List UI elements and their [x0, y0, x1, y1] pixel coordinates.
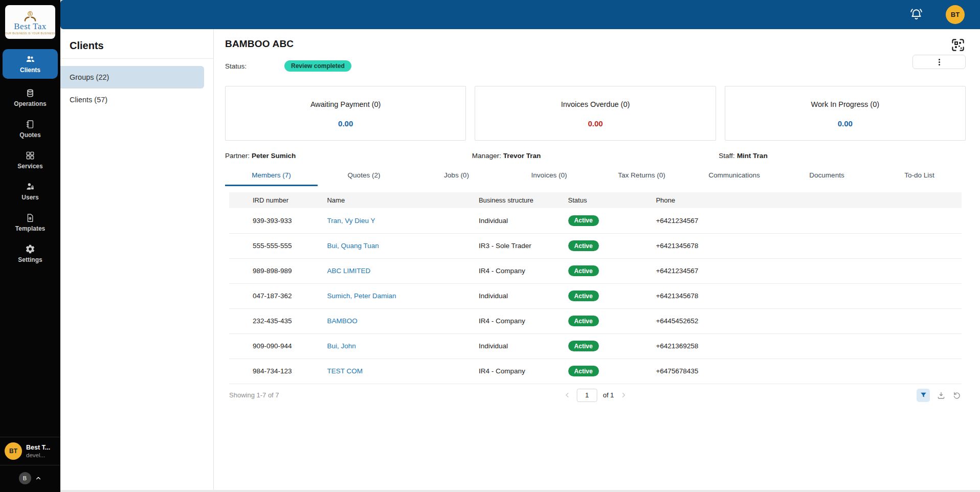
sidebar-item-label: Settings [18, 256, 42, 263]
sidebar-item-services[interactable]: Services [0, 148, 60, 172]
member-name-link[interactable]: Bui, Quang Tuan [327, 242, 378, 250]
clients-icon [25, 54, 35, 64]
sidebar-item-users[interactable]: Users [0, 179, 60, 204]
sidebar-item-clients[interactable]: Clients [3, 49, 58, 79]
tab-todo-list[interactable]: To-do List [873, 167, 966, 186]
member-name-link[interactable]: BAMBOO [327, 317, 357, 325]
partner-label: Partner: [225, 152, 250, 160]
page-number-input[interactable] [577, 389, 597, 402]
panel-title: Clients [60, 29, 213, 58]
phone-cell: +6421345678 [655, 283, 962, 308]
download-button[interactable] [937, 391, 946, 400]
phone-cell: +6475678435 [655, 359, 962, 384]
col-ird-number: IRD number [229, 192, 326, 208]
panel-item-clients[interactable]: Clients (57) [60, 88, 204, 111]
manager-label: Manager: [472, 152, 501, 160]
member-name-link[interactable]: Sumich, Peter Damian [327, 292, 396, 300]
sidebar-collapse-toggle[interactable]: B [19, 465, 42, 492]
manager-field: Manager:Trevor Tran [472, 152, 719, 160]
structure-cell: Individual [478, 283, 568, 308]
page-of-label: of 1 [603, 391, 614, 399]
sidebar-item-quotes[interactable]: Quotes [0, 117, 60, 141]
tab-communications[interactable]: Communications [688, 167, 781, 186]
status-pill: Active [568, 215, 599, 226]
bottom-edge [60, 490, 980, 492]
sidebar-user-card[interactable]: BT Best T... devel... [0, 437, 60, 465]
download-icon [937, 391, 946, 400]
services-icon [25, 150, 35, 161]
phone-cell: +6421345678 [655, 233, 962, 258]
operations-icon [25, 88, 35, 98]
templates-icon [25, 213, 35, 223]
users-icon [25, 182, 35, 192]
page-title: BAMBOO ABC [225, 38, 294, 50]
ird-cell: 989-898-989 [229, 258, 326, 283]
chevron-up-icon [35, 475, 42, 482]
table-actions [917, 389, 962, 402]
structure-cell: IR3 - Sole Trader [478, 233, 568, 258]
tab-invoices[interactable]: Invoices (0) [503, 167, 595, 186]
tab-documents[interactable]: Documents [781, 167, 873, 186]
tab-tax-returns[interactable]: Tax Returns (0) [595, 167, 688, 186]
phone-cell: +6421234567 [655, 258, 962, 283]
member-name-link[interactable]: Tran, Vy Dieu Y [327, 217, 375, 225]
chevron-right-icon [619, 391, 627, 399]
sidebar-item-label: Operations [14, 100, 46, 107]
members-table: IRD number Name Business structure Statu… [229, 192, 962, 384]
table-row: 984-734-123 TEST COM IR4 - Company Activ… [229, 359, 962, 384]
card-title: Invoices Overdue (0) [475, 100, 715, 108]
phone-cell: +6421369258 [655, 333, 962, 359]
card-awaiting-payment: Awaiting Payment (0) 0.00 [225, 86, 466, 141]
tab-jobs[interactable]: Jobs (0) [410, 167, 503, 186]
table-row: 989-898-989 ABC LIMITED IR4 - Company Ac… [229, 258, 962, 283]
table-header-row: IRD number Name Business structure Statu… [229, 192, 962, 208]
ird-cell: 555-555-555 [229, 233, 326, 258]
status-badge: Review completed [284, 60, 351, 72]
prev-page-button[interactable] [564, 391, 571, 399]
refresh-icon [952, 391, 962, 400]
member-name-link[interactable]: TEST COM [327, 367, 363, 375]
filter-icon [920, 391, 927, 399]
user-avatar: BT [5, 442, 22, 460]
col-status: Status [568, 192, 656, 208]
sidebar-item-templates[interactable]: Templates [0, 210, 60, 235]
structure-cell: IR4 - Company [478, 258, 568, 283]
qr-scan-button[interactable] [950, 37, 966, 53]
showing-label: Showing 1-7 of 7 [229, 391, 279, 399]
svg-text:$: $ [29, 12, 31, 16]
refresh-button[interactable] [952, 391, 962, 400]
detail-tabs: Members (7) Quotes (2) Jobs (0) Invoices… [225, 167, 966, 186]
card-title: Work In Progress (0) [725, 100, 965, 108]
member-name-link[interactable]: ABC LIMITED [327, 267, 370, 275]
structure-cell: Individual [478, 208, 568, 233]
sidebar-item-label: Services [17, 163, 42, 170]
primary-sidebar: $ Best Tax OUR BUSINESS IS YOUR BUSINESS… [0, 0, 60, 492]
filter-button[interactable] [917, 389, 930, 402]
sidebar-item-settings[interactable]: Settings [0, 241, 60, 266]
phone-cell: +6445452652 [655, 308, 962, 333]
structure-cell: IR4 - Company [478, 308, 568, 333]
phone-cell: +6421234567 [655, 208, 962, 233]
table-row: 047-187-362 Sumich, Peter Damian Individ… [229, 283, 962, 308]
card-value: 0.00 [475, 119, 715, 128]
account-avatar[interactable]: BT [946, 5, 965, 24]
table-row: 232-435-435 BAMBOO IR4 - Company Active … [229, 308, 962, 333]
more-actions-button[interactable] [912, 55, 966, 69]
tab-quotes[interactable]: Quotes (2) [318, 167, 410, 186]
status-pill: Active [568, 290, 599, 301]
pagination-bar: Showing 1-7 of 7 of 1 [229, 384, 962, 407]
next-page-button[interactable] [619, 391, 627, 399]
notifications-button[interactable] [908, 7, 924, 23]
app-logo[interactable]: $ Best Tax OUR BUSINESS IS YOUR BUSINESS [5, 5, 55, 39]
panel-item-groups[interactable]: Groups (22) [60, 66, 204, 88]
sidebar-item-operations[interactable]: Operations [0, 85, 60, 110]
tab-members[interactable]: Members (7) [225, 167, 318, 186]
member-name-link[interactable]: Bui, John [327, 342, 355, 350]
primary-nav: Clients Operations Quotes Services Users… [0, 49, 60, 266]
card-invoices-overdue: Invoices Overdue (0) 0.00 [475, 86, 716, 141]
collapse-avatar: B [19, 472, 31, 484]
table-row: 939-393-933 Tran, Vy Dieu Y Individual A… [229, 208, 962, 233]
ird-cell: 984-734-123 [229, 359, 326, 384]
panel-divider [60, 58, 213, 59]
partner-name: Peter Sumich [252, 152, 296, 160]
